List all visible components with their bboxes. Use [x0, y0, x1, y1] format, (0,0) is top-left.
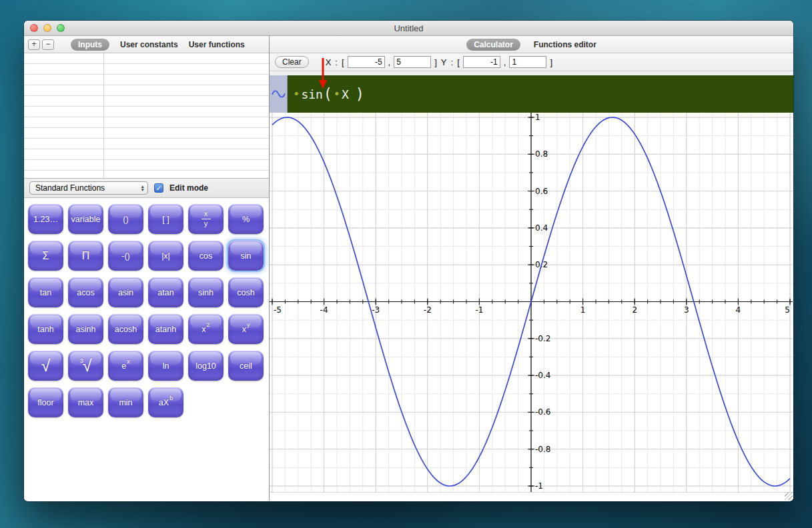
key-fraction[interactable]: xy: [188, 204, 224, 234]
formula-token: X: [342, 87, 349, 101]
key-sin[interactable]: sin: [228, 241, 264, 271]
table-row[interactable]: [24, 149, 269, 160]
key-asinh[interactable]: asinh: [68, 314, 103, 344]
svg-text:-0.4: -0.4: [535, 371, 550, 380]
right-toolbar: Calculator Functions editor: [270, 36, 793, 53]
x-max-input[interactable]: [394, 56, 431, 68]
title-bar[interactable]: Untitled: [24, 21, 793, 36]
svg-text:0.8: 0.8: [535, 149, 548, 159]
key-x-power-y[interactable]: xy: [228, 314, 264, 344]
tab-calculator[interactable]: Calculator: [466, 39, 520, 51]
function-category-value: Standard Functions: [35, 183, 105, 193]
table-row[interactable]: [24, 53, 269, 64]
keypad-controls-row: Standard Functions ▲▼ ✓ Edit mode: [24, 179, 269, 198]
svg-text:1: 1: [580, 305, 586, 315]
window-title: Untitled: [394, 23, 423, 33]
colon-symbol: :: [335, 57, 338, 67]
formula-bar[interactable]: •sin(•X): [270, 75, 793, 113]
edit-mode-checkbox[interactable]: ✓: [154, 183, 163, 193]
resize-grip[interactable]: [785, 492, 793, 500]
app-window: Untitled + − Inputs User constants User …: [24, 21, 793, 501]
key-sqrt[interactable]: √: [28, 351, 63, 381]
table-column-divider: [103, 53, 104, 178]
table-row[interactable]: [24, 96, 269, 107]
table-row[interactable]: [24, 128, 269, 139]
placeholder-bullet: •: [294, 89, 299, 99]
close-button[interactable]: [30, 24, 38, 32]
key-atanh[interactable]: atanh: [148, 314, 183, 344]
key-cbrt[interactable]: 3√: [68, 351, 103, 381]
svg-text:-0.2: -0.2: [535, 334, 550, 343]
remove-input-button[interactable]: −: [42, 39, 54, 50]
key-cos[interactable]: cos: [188, 241, 224, 271]
table-row[interactable]: [24, 85, 269, 96]
colon-symbol: :: [451, 57, 454, 67]
comma-symbol: ,: [388, 57, 391, 67]
key-negate[interactable]: -(): [108, 241, 143, 271]
close-bracket-symbol: ]: [550, 57, 552, 67]
table-row[interactable]: [24, 160, 269, 171]
key-asin[interactable]: asin: [108, 277, 143, 307]
key-acos[interactable]: acos: [68, 277, 103, 307]
svg-text:-1: -1: [535, 481, 543, 491]
placeholder-bullet: •: [334, 89, 340, 99]
function-plot-svg: -5-4-3-2-11234510.80.60.40.2-0.2-0.4-0.6…: [270, 113, 793, 492]
key-ax-power-b[interactable]: aXb: [148, 387, 183, 417]
svg-text:5: 5: [785, 305, 790, 315]
add-input-button[interactable]: +: [28, 39, 40, 50]
key-e-power-x[interactable]: ex: [108, 351, 143, 381]
table-row[interactable]: [24, 64, 269, 75]
key-ln[interactable]: ln: [148, 351, 183, 381]
tab-user-functions[interactable]: User functions: [189, 40, 245, 49]
key-log10[interactable]: log10: [188, 351, 224, 381]
key-max[interactable]: max: [68, 387, 103, 417]
key-acosh[interactable]: acosh: [108, 314, 143, 344]
key-x-squared[interactable]: x2: [188, 314, 224, 344]
plot-area[interactable]: -5-4-3-2-11234510.80.60.40.2-0.2-0.4-0.6…: [270, 113, 793, 492]
minimize-button[interactable]: [43, 24, 51, 32]
formula-paren: ): [356, 85, 364, 103]
y-max-input[interactable]: [509, 56, 546, 68]
key-min[interactable]: min: [108, 387, 143, 417]
tab-inputs[interactable]: Inputs: [71, 39, 109, 51]
key-sum[interactable]: Σ: [28, 241, 63, 271]
key-parentheses[interactable]: (): [108, 204, 143, 234]
tab-user-constants[interactable]: User constants: [120, 40, 178, 49]
svg-text:-4: -4: [320, 305, 328, 315]
table-row[interactable]: [24, 117, 269, 128]
svg-text:1: 1: [535, 113, 540, 122]
svg-text:3: 3: [684, 305, 689, 315]
stepper-icon: ▲▼: [141, 185, 145, 191]
table-row[interactable]: [24, 139, 269, 149]
comma-symbol: ,: [504, 57, 506, 67]
calculator-panel: Calculator Functions editor Clear X : [ …: [270, 36, 793, 501]
cursor-annotation-arrow: [318, 58, 328, 91]
key-brackets[interactable]: [ ]: [148, 204, 183, 234]
key-ceil[interactable]: ceil: [228, 351, 264, 381]
key-abs[interactable]: |x|: [148, 241, 183, 271]
key-atan[interactable]: atan: [148, 277, 183, 307]
table-row[interactable]: [24, 75, 269, 85]
key-cosh[interactable]: cosh: [228, 277, 264, 307]
key-floor[interactable]: floor: [28, 387, 63, 417]
key-tanh[interactable]: tanh: [28, 314, 63, 344]
left-tab-group: Inputs User constants User functions: [71, 39, 245, 51]
x-min-input[interactable]: [348, 56, 385, 68]
inputs-table[interactable]: [24, 53, 269, 179]
clear-button[interactable]: Clear: [275, 56, 309, 68]
inputs-panel: + − Inputs User constants User functions…: [24, 36, 270, 501]
table-row[interactable]: [24, 107, 269, 117]
key-tan[interactable]: tan: [28, 277, 63, 307]
key-product[interactable]: Π: [68, 241, 103, 271]
key-percent[interactable]: %: [228, 204, 264, 234]
zoom-button[interactable]: [57, 24, 65, 32]
key-variable[interactable]: variable: [68, 204, 103, 234]
tab-functions-editor[interactable]: Functions editor: [534, 40, 596, 49]
key-sinh[interactable]: sinh: [188, 277, 224, 307]
left-toolbar: + − Inputs User constants User functions: [24, 36, 269, 53]
function-category-select[interactable]: Standard Functions ▲▼: [29, 181, 148, 195]
edit-mode-label: Edit mode: [169, 183, 208, 193]
key-number[interactable]: 1.23…: [28, 204, 63, 234]
y-min-input[interactable]: [463, 56, 500, 68]
status-strip: [270, 492, 793, 501]
